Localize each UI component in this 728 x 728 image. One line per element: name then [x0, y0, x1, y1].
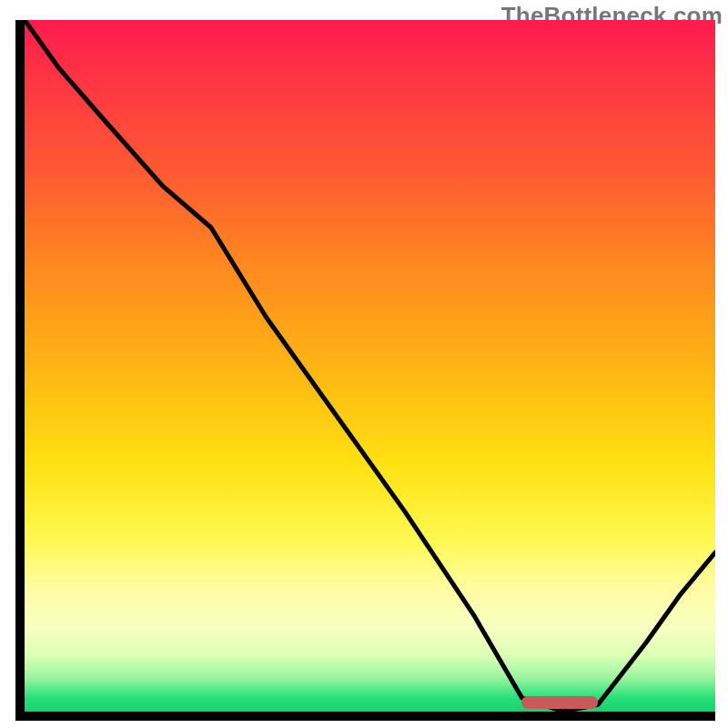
bottleneck-curve — [25, 20, 715, 712]
chart-frame: TheBottleneck.com — [0, 0, 728, 728]
plot-area — [15, 20, 715, 721]
optimum-range-marker — [521, 696, 597, 709]
